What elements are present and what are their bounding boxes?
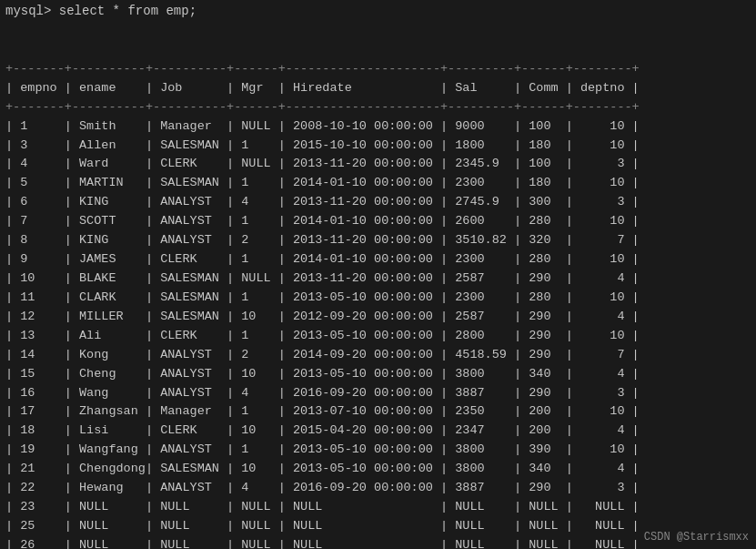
table-row: | 17 | Zhangsan | Manager | 1 | 2013-07-… (5, 402, 751, 422)
table-row: | 21 | Chengdong| SALESMAN | 10 | 2013-0… (5, 460, 751, 479)
table-row: | 14 | Kong | ANALYST | 2 | 2014-09-20 0… (5, 346, 751, 365)
watermark: CSDN @Starrismxx (644, 531, 749, 544)
table-separator-header: +-------+----------+----------+------+--… (5, 98, 751, 117)
table-row: | 7 | SCOTT | ANALYST | 1 | 2014-01-10 0… (5, 212, 751, 231)
table-separator-top: +-------+----------+----------+------+--… (5, 60, 751, 79)
table-row: | 1 | Smith | Manager | NULL | 2008-10-1… (5, 117, 751, 137)
table-row: | 11 | CLARK | SALESMAN | 1 | 2013-05-10… (5, 289, 751, 308)
table-row: | 22 | Hewang | ANALYST | 4 | 2016-09-20… (5, 479, 751, 498)
table-output: +-------+----------+----------+------+--… (5, 22, 751, 549)
table-row: | 19 | Wangfang | ANALYST | 1 | 2013-05-… (5, 441, 751, 460)
table-row: | 18 | Lisi | CLERK | 10 | 2015-04-20 00… (5, 422, 751, 441)
table-row: | 16 | Wang | ANALYST | 4 | 2016-09-20 0… (5, 384, 751, 403)
table-row: | 3 | Allen | SALESMAN | 1 | 2015-10-10 … (5, 137, 751, 156)
table-row: | 4 | Ward | CLERK | NULL | 2013-11-20 0… (5, 155, 751, 174)
table-row: | 23 | NULL | NULL | NULL | NULL | NULL … (5, 498, 751, 517)
table-row: | 25 | NULL | NULL | NULL | NULL | NULL … (5, 517, 751, 536)
table-row: | 26 | NULL | NULL | NULL | NULL | NULL … (5, 536, 751, 549)
table-header: | empno | ename | Job | Mgr | Hiredate |… (5, 79, 751, 98)
terminal: mysql> select * from emp; +-------+-----… (0, 0, 756, 549)
table-row: | 8 | KING | ANALYST | 2 | 2013-11-20 00… (5, 231, 751, 250)
table-row: | 13 | Ali | CLERK | 1 | 2013-05-10 00:0… (5, 327, 751, 346)
table-row: | 5 | MARTIN | SALESMAN | 1 | 2014-01-10… (5, 174, 751, 193)
table-row: | 12 | MILLER | SALESMAN | 10 | 2012-09-… (5, 308, 751, 327)
table-row: | 9 | JAMES | CLERK | 1 | 2014-01-10 00:… (5, 250, 751, 269)
table-row: | 10 | BLAKE | SALESMAN | NULL | 2013-11… (5, 269, 751, 289)
sql-prompt: mysql> select * from emp; (5, 4, 751, 18)
table-row: | 6 | KING | ANALYST | 4 | 2013-11-20 00… (5, 193, 751, 212)
table-row: | 15 | Cheng | ANALYST | 10 | 2013-05-10… (5, 365, 751, 384)
